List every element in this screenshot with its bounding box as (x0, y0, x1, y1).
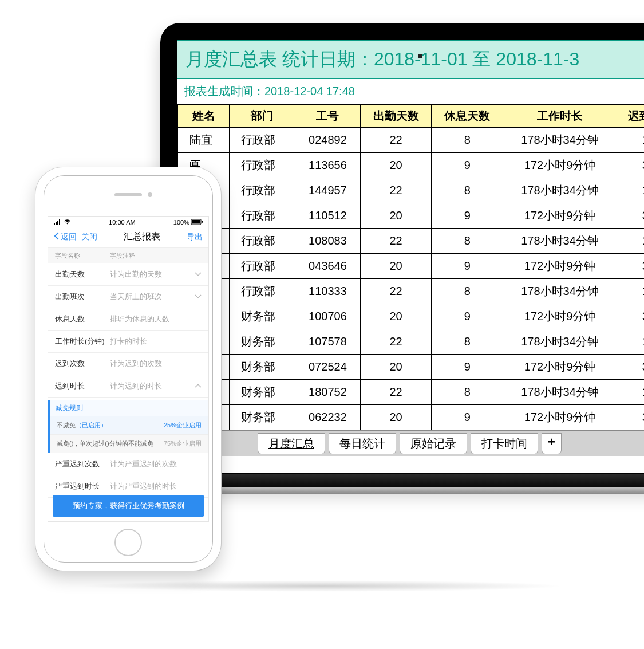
table-cell: 172小时9分钟 (503, 355, 617, 380)
field-row[interactable]: 出勤班次当天所上的班次 (48, 286, 208, 308)
home-button[interactable] (114, 529, 142, 556)
table-cell: 3 (617, 254, 644, 279)
battery-icon (191, 219, 203, 226)
table-cell: 1 (617, 178, 644, 203)
table-cell: 20 (360, 304, 432, 329)
table-header: 姓名 (178, 105, 230, 128)
svg-rect-1 (56, 222, 57, 225)
laptop-mockup: 月度汇总表 统计日期：2018-11-01 至 2018-11-3 报表生成时间… (160, 23, 644, 494)
table-cell: 072524 (295, 355, 360, 380)
rule-section: 减免规则 不减免（已启用）25%企业启用减免()，单次超过()分钟的不能减免75… (48, 400, 208, 453)
table-row: 行政部110512209172小时9分钟3 (178, 203, 645, 229)
sheet-tab[interactable]: 打卡时间 (471, 433, 538, 454)
ground-shadow (0, 579, 644, 593)
table-header: 休息天数 (432, 105, 503, 128)
table-cell: 3 (617, 304, 644, 329)
rule-row[interactable]: 不减免（已启用）25%企业启用 (50, 416, 208, 435)
close-button[interactable]: 关闭 (81, 232, 97, 242)
sheet-tab[interactable]: 月度汇总 (258, 433, 325, 454)
sheet-tab[interactable]: 原始记录 (400, 433, 467, 454)
page-title: 汇总报表 (124, 231, 160, 243)
sheet-tab[interactable]: 每日统计 (329, 433, 396, 454)
phone-mockup: 10:00 AM 100% 返回 关闭 汇总报表 (35, 167, 221, 571)
table-cell: 113656 (295, 153, 360, 178)
table-cell: 行政部 (230, 254, 295, 279)
field-desc: 计为迟到的次数 (110, 359, 202, 369)
table-cell: 172小时9分钟 (503, 153, 617, 178)
header-field-desc: 字段注释 (110, 251, 135, 260)
table-cell: 8 (432, 128, 503, 153)
phone-speaker-icon (114, 193, 142, 196)
field-name: 迟到时长 (55, 381, 110, 391)
laptop-camera-icon (418, 54, 422, 58)
back-button[interactable]: 返回 (61, 232, 77, 242)
table-cell: 1 (617, 279, 644, 304)
table-cell: 行政部 (230, 229, 295, 254)
phone-screen: 10:00 AM 100% 返回 关闭 汇总报表 (48, 216, 209, 522)
table-cell: 8 (432, 229, 503, 254)
field-row[interactable]: 出勤天数计为出勤的天数 (48, 263, 208, 286)
field-name: 出勤天数 (55, 269, 110, 280)
table-row: 财务部107578228178小时34分钟1 (178, 329, 645, 355)
field-name: 工作时长(分钟) (55, 336, 110, 347)
table-cell: 22 (360, 178, 432, 203)
field-desc: 打卡的时长 (110, 336, 202, 347)
table-cell: 8 (432, 279, 503, 304)
field-name: 休息天数 (55, 314, 110, 324)
table-cell: 3 (617, 355, 644, 380)
field-desc: 计为严重迟到的次数 (110, 459, 202, 469)
table-cell: 8 (432, 380, 503, 405)
field-name: 出勤班次 (55, 292, 110, 302)
sheet-title: 月度汇总表 统计日期：2018-11-01 至 2018-11-3 (185, 47, 644, 72)
field-name: 严重迟到时长 (55, 481, 110, 491)
laptop-frame: 月度汇总表 统计日期：2018-11-01 至 2018-11-3 报表生成时间… (160, 23, 644, 487)
table-cell: 180752 (295, 380, 360, 405)
table-cell: 22 (360, 229, 432, 254)
chevron-up-icon (195, 382, 202, 390)
field-row[interactable]: 休息天数排班为休息的天数 (48, 308, 208, 331)
attendance-table: 姓名部门工号出勤天数休息天数工作时长迟到次 陆宜行政部024892228178小… (177, 104, 644, 430)
table-cell: 行政部 (230, 153, 295, 178)
table-header: 工号 (295, 105, 360, 128)
header-field-name: 字段名称 (55, 251, 110, 260)
table-cell: 1 (617, 380, 644, 405)
table-header: 出勤天数 (360, 105, 432, 128)
list-header: 字段名称 字段注释 (48, 248, 208, 263)
table-cell: 财务部 (230, 405, 295, 430)
svg-rect-5 (192, 220, 200, 224)
sheet-generated-time: 报表生成时间：2018-12-04 17:48 (177, 79, 644, 104)
cta-button[interactable]: 预约专家，获得行业优秀考勤案例 (53, 495, 204, 517)
table-cell: 20 (360, 254, 432, 279)
field-desc: 排班为休息的天数 (110, 314, 202, 324)
table-cell: 9 (432, 153, 503, 178)
table-row: 行政部108083228178小时34分钟1 (178, 229, 645, 254)
rule-pct: 75%企业启用 (164, 439, 202, 448)
table-cell: 行政部 (230, 128, 295, 153)
table-cell: 3 (617, 203, 644, 229)
field-row[interactable]: 迟到时长计为迟到的时长 (48, 375, 208, 398)
add-sheet-button[interactable]: + (542, 433, 562, 454)
table-cell: 20 (360, 203, 432, 229)
rule-row[interactable]: 减免()，单次超过()分钟的不能减免75%企业启用 (50, 435, 208, 453)
table-cell: 22 (360, 128, 432, 153)
field-row[interactable]: 迟到次数计为迟到的次数 (48, 353, 208, 375)
field-row[interactable]: 严重迟到次数计为严重迟到的次数 (48, 453, 208, 475)
table-row: 行政部043646209172小时9分钟3 (178, 254, 645, 279)
sheet-title-band: 月度汇总表 统计日期：2018-11-01 至 2018-11-3 (177, 40, 644, 79)
chevron-left-icon[interactable] (54, 232, 60, 242)
table-header: 部门 (230, 105, 295, 128)
table-cell: 1 (617, 329, 644, 355)
field-desc: 计为出勤的天数 (110, 269, 195, 280)
table-cell: 9 (432, 254, 503, 279)
table-cell: 财务部 (230, 329, 295, 355)
rule-pct: 25%企业启用 (164, 421, 202, 430)
table-cell: 107578 (295, 329, 360, 355)
table-cell: 062232 (295, 405, 360, 430)
export-button[interactable]: 导出 (187, 232, 203, 242)
table-header: 工作时长 (503, 105, 617, 128)
wifi-icon (64, 219, 71, 226)
field-row[interactable]: 工作时长(分钟)打卡的时长 (48, 331, 208, 353)
table-cell: 财务部 (230, 355, 295, 380)
rule-enabled-label: （已启用） (76, 422, 107, 428)
table-cell: 8 (432, 178, 503, 203)
